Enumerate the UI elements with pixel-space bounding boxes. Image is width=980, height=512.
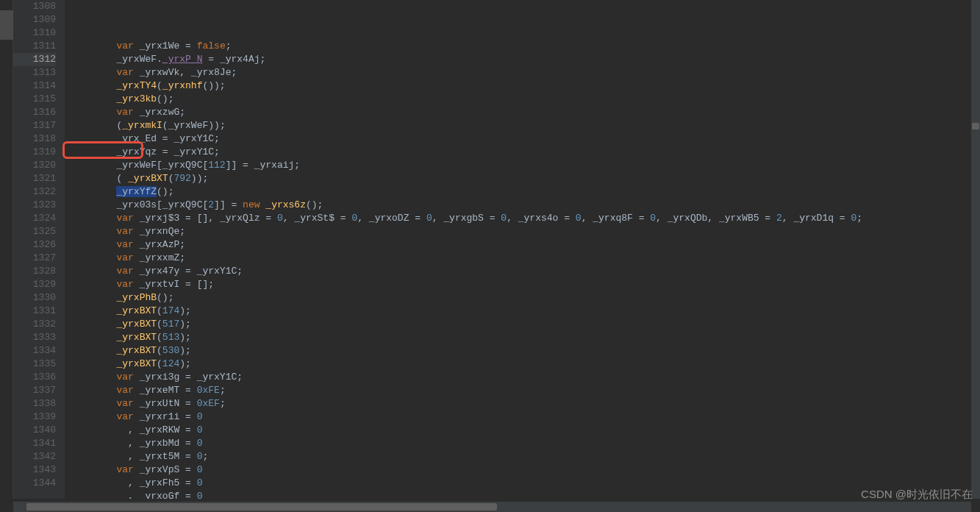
code-line[interactable]: _yrxBXT(513);	[71, 331, 980, 344]
code-line[interactable]: var _yrxnQe;	[71, 225, 980, 238]
code-editor[interactable]: 1308130913101311131213131314131513161317…	[0, 0, 980, 499]
line-number: 1332	[13, 318, 56, 331]
code-line[interactable]: (_yrxmkI(_yrxWeF));	[71, 119, 980, 132]
fold-gutter	[0, 0, 13, 499]
fold-mark	[0, 10, 13, 40]
line-number: 1344	[13, 477, 56, 490]
line-number: 1326	[13, 238, 56, 252]
line-number: 1310	[13, 26, 56, 40]
code-line[interactable]: var _yrxzwG;	[71, 106, 980, 119]
horizontal-scrollbar-thumb[interactable]	[26, 503, 497, 511]
line-number: 1325	[13, 225, 56, 238]
code-line[interactable]: _yrx03s[_yrxQ9C[2]] = new _yrxs6z();	[71, 199, 980, 212]
watermark: CSDN @时光依旧不在	[861, 488, 973, 502]
line-number: 1328	[13, 265, 56, 278]
line-number: 1316	[13, 106, 56, 119]
line-number: 1334	[13, 344, 56, 358]
line-number: 1339	[13, 410, 56, 424]
line-number: 1337	[13, 384, 56, 397]
line-number: 1331	[13, 305, 56, 318]
line-number: 1343	[13, 463, 56, 477]
vertical-scrollbar-thumb[interactable]	[972, 123, 979, 129]
code-line[interactable]: _yrxBXT(517);	[71, 318, 980, 331]
line-number: 1311	[13, 40, 56, 53]
vertical-scrollbar-track[interactable]	[971, 0, 980, 499]
line-number: 1317	[13, 119, 56, 132]
line-number: 1340	[13, 424, 56, 437]
horizontal-scrollbar-track[interactable]	[13, 502, 971, 512]
line-number: 1309	[13, 13, 56, 26]
line-number: 1324	[13, 212, 56, 225]
code-line[interactable]: var _yrxr1i = 0	[71, 410, 980, 424]
code-line[interactable]: var _yrxeMT = 0xFE;	[71, 384, 980, 397]
code-line[interactable]: var _yrxVpS = 0	[71, 463, 980, 477]
code-line[interactable]: _yrxBXT(530);	[71, 344, 980, 358]
line-number: 1323	[13, 199, 56, 212]
code-line[interactable]: _yrxTY4(_yrxnhf());	[71, 79, 980, 93]
line-number: 1333	[13, 331, 56, 344]
code-line[interactable]: var _yrxi3g = _yrxY1C;	[71, 371, 980, 384]
line-number: 1342	[13, 450, 56, 463]
code-line[interactable]: , _yrxFh5 = 0	[71, 477, 980, 490]
code-line[interactable]: _yrx3kb();	[71, 93, 980, 106]
code-line[interactable]: _yrx_Ed = _yrxY1C;	[71, 132, 980, 146]
line-number: 1320	[13, 159, 56, 172]
code-line[interactable]: var _yrxwVk, _yrx8Je;	[71, 66, 980, 79]
line-number: 1336	[13, 371, 56, 384]
code-line[interactable]: , _yrxoGf = 0	[71, 490, 980, 499]
code-line[interactable]: _yrxYfZ();	[71, 185, 980, 199]
code-line[interactable]: , _yrxRKW = 0	[71, 424, 980, 437]
line-number: 1322	[13, 185, 56, 199]
line-number: 1335	[13, 358, 56, 371]
code-line[interactable]: var _yrxxmZ;	[71, 252, 980, 265]
line-number: 1321	[13, 172, 56, 185]
line-number: 1312	[13, 53, 56, 66]
line-number: 1338	[13, 397, 56, 410]
line-number-gutter: 1308130913101311131213131314131513161317…	[13, 0, 65, 499]
code-line[interactable]: , _yrxt5M = 0;	[71, 450, 980, 463]
line-number: 1314	[13, 79, 56, 93]
code-line[interactable]: , _yrxbMd = 0	[71, 437, 980, 450]
line-number: 1318	[13, 132, 56, 146]
code-line[interactable]: _yrxBXT(174);	[71, 305, 980, 318]
code-area[interactable]: var _yrx1We = false; _yrxWeF._yrxP_N = _…	[65, 0, 980, 499]
line-number: 1329	[13, 278, 56, 291]
code-line[interactable]: _yrxBXT(124);	[71, 358, 980, 371]
code-line[interactable]: var _yrxUtN = 0xEF;	[71, 397, 980, 410]
code-line[interactable]: ( _yrxBXT(792));	[71, 172, 980, 185]
selected-token: _yrxYfZ	[116, 186, 157, 197]
code-line[interactable]: var _yrxtvI = [];	[71, 278, 980, 291]
code-line[interactable]: var _yrxAzP;	[71, 238, 980, 252]
code-line[interactable]: var _yrxj$3 = [], _yrxQlz = 0, _yrxSt$ =…	[71, 212, 980, 225]
line-number: 1313	[13, 66, 56, 79]
code-line[interactable]: var _yrx47y = _yrxY1C;	[71, 265, 980, 278]
line-number: 1327	[13, 252, 56, 265]
line-number: 1308	[13, 0, 56, 13]
line-number: 1319	[13, 146, 56, 159]
line-number: 1341	[13, 437, 56, 450]
code-line[interactable]: var _yrx1We = false;	[71, 40, 980, 53]
code-line[interactable]: _yrxPhB();	[71, 291, 980, 305]
line-number: 1330	[13, 291, 56, 305]
code-line[interactable]: _yrxWeF._yrxP_N = _yrx4Aj;	[71, 53, 980, 66]
code-line[interactable]: _yrxYqz = _yrxY1C;	[71, 146, 980, 159]
line-number: 1315	[13, 93, 56, 106]
code-line[interactable]: _yrxWeF[_yrxQ9C[112]] = _yrxaij;	[71, 159, 980, 172]
